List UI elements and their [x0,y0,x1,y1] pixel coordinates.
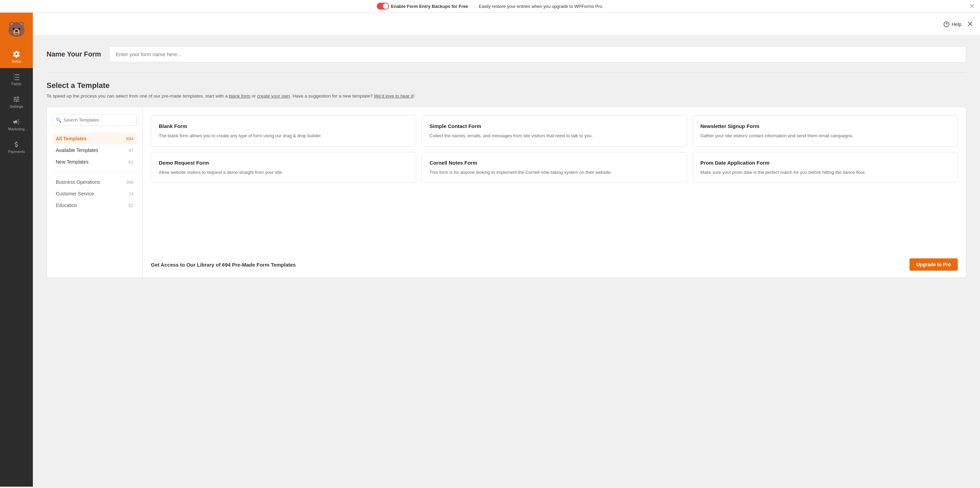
help-icon [943,21,950,27]
filter-new-templates[interactable]: New Templates 61 [52,156,137,168]
help-button[interactable]: Help [943,21,961,27]
template-filter-sidebar: 🔍 All Templates 694 Available Templates … [47,107,143,278]
category-customer-count: 74 [129,191,134,196]
template-card-demo[interactable]: Demo Request Form Allow website visitors… [151,152,416,183]
sidebar-item-payments[interactable]: Payments [0,136,33,159]
notif-close-button[interactable]: ✕ [969,2,975,10]
notification-bar: Enable Form Entry Backups for Free | Eas… [0,0,980,13]
logo-icon: 🐻 [8,21,25,38]
close-button[interactable]: ✕ [967,20,973,29]
settings-icon [13,95,20,103]
sidebar-setup-label: Setup [12,59,22,63]
search-input[interactable] [52,114,137,126]
filter-available-templates[interactable]: Available Templates 47 [52,145,137,156]
header: Help ✕ [33,13,980,36]
search-icon: 🔍 [56,118,62,123]
template-card-prom-title: Prom Date Application Form [700,160,950,165]
content-area: Name Your Form Select a Template To spee… [33,36,980,486]
template-grid-area: Blank Form The blank form allows you to … [143,107,966,278]
app-layout: 🐻 Setup Fields Settings Marketing Paymen… [0,13,980,486]
category-business-label: Business Operations [56,179,100,185]
template-card-newsletter[interactable]: Newsletter Signup Form Gather your site … [692,115,958,146]
filter-available-count: 47 [129,148,134,153]
category-customer-service[interactable]: Customer Service 74 [52,188,137,200]
sidebar-item-marketing[interactable]: Marketing [0,113,33,136]
form-name-section: Name Your Form [46,46,966,62]
notif-separator: | [474,4,475,9]
template-card-cornell-desc: This form is for anyone looking to imple… [430,169,679,176]
sidebar-item-settings[interactable]: Settings [0,91,33,113]
sidebar-payments-label: Payments [8,149,25,154]
form-name-label: Name Your Form [46,50,101,58]
toggle-wrap[interactable]: Enable Form Entry Backups for Free [377,3,468,10]
template-card-blank-desc: The blank form allows you to create any … [159,132,408,139]
form-name-input[interactable] [109,46,966,62]
template-card-newsletter-desc: Gather your site visitors' contact infor… [700,132,950,139]
template-card-blank-title: Blank Form [159,123,408,129]
template-card-contact-desc: Collect the names, emails, and messages … [430,132,679,139]
sidebar-logo: 🐻 [0,13,33,46]
search-wrap: 🔍 [52,114,137,126]
template-card-demo-title: Demo Request Form [159,160,408,165]
template-grid: Blank Form The blank form allows you to … [151,115,958,183]
sidebar-item-setup[interactable]: Setup [0,46,33,68]
payments-icon [13,141,20,148]
template-card-blank[interactable]: Blank Form The blank form allows you to … [151,115,416,146]
category-customer-label: Customer Service [56,191,94,196]
marketing-icon [13,118,20,126]
filter-all-label: All Templates [56,136,87,141]
template-card-newsletter-title: Newsletter Signup Form [700,123,950,129]
sidebar-fields-label: Fields [11,82,21,86]
main-area: Help ✕ Name Your Form Select a Template … [33,13,980,486]
template-browser: 🔍 All Templates 694 Available Templates … [46,107,966,278]
fields-icon [13,73,20,80]
template-card-demo-desc: Allow website visitors to request a demo… [159,169,408,176]
notif-description: Easily restore your entries when you upg… [479,4,603,9]
cta-text: Get Access to Our Library of 694 Pre-Mad… [151,262,296,268]
sidebar-settings-label: Settings [10,104,23,108]
template-card-cornell-title: Cornell Notes Form [430,160,679,165]
select-template-title: Select a Template [46,81,966,90]
template-card-prom-desc: Make sure your prom date is the perfect … [700,169,950,176]
filter-available-label: Available Templates [56,148,98,153]
filter-all-templates[interactable]: All Templates 694 [52,133,137,145]
select-template-section: Select a Template To speed up the proces… [46,81,966,278]
filter-new-label: New Templates [56,159,88,165]
sidebar-item-fields[interactable]: Fields [0,68,33,91]
template-card-cornell[interactable]: Cornell Notes Form This form is for anyo… [422,152,687,183]
filter-divider [52,172,137,172]
filter-all-count: 694 [126,136,134,141]
category-education[interactable]: Education 62 [52,200,137,211]
gear-icon [13,50,20,58]
filter-new-count: 61 [129,159,134,165]
category-education-label: Education [56,203,77,208]
help-label: Help [951,22,961,27]
create-own-link[interactable]: create your own [257,94,290,99]
sidebar-marketing-label: Marketing [8,127,25,131]
category-education-count: 62 [129,203,134,208]
toggle-switch[interactable] [377,3,389,10]
category-business[interactable]: Business Operations 368 [52,176,137,188]
category-business-count: 368 [126,180,134,185]
toggle-label: Enable Form Entry Backups for Free [391,4,468,9]
template-card-prom[interactable]: Prom Date Application Form Make sure you… [692,152,958,183]
template-card-contact[interactable]: Simple Contact Form Collect the names, e… [422,115,687,146]
select-template-desc: To speed up the process you can select f… [46,94,966,99]
upgrade-button[interactable]: Upgrade to Pro [910,258,958,271]
template-card-contact-title: Simple Contact Form [430,123,679,129]
sidebar: 🐻 Setup Fields Settings Marketing Paymen… [0,13,33,486]
blank-form-link[interactable]: blank form [229,94,250,99]
bottom-cta: Get Access to Our Library of 694 Pre-Mad… [143,248,966,278]
hear-it-link[interactable]: We'd love to hear it [374,94,414,99]
section-divider [46,73,966,73]
